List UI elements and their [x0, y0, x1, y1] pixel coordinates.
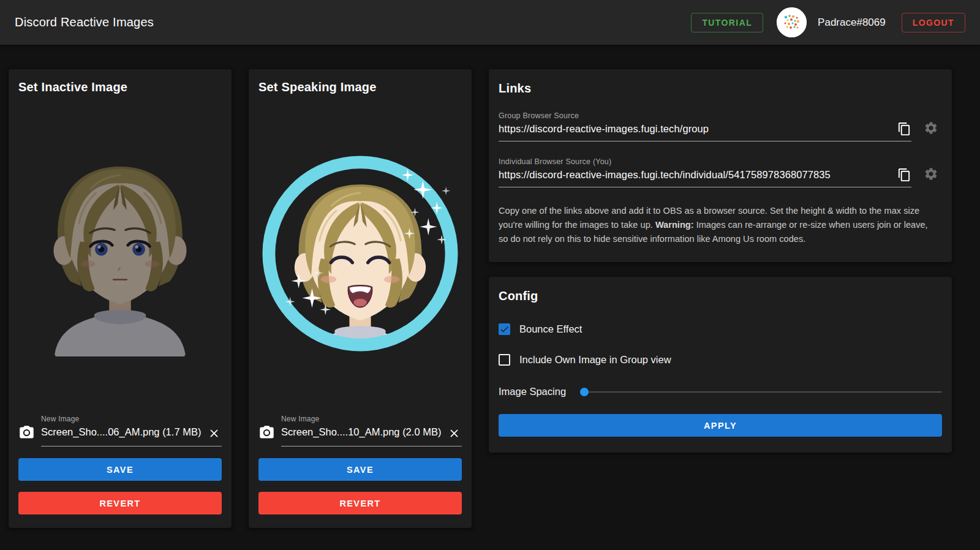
group-source-field: Group Browser Source https://discord-rea…: [499, 111, 911, 141]
speaking-save-button[interactable]: SAVE: [258, 458, 462, 481]
group-source-label: Group Browser Source: [499, 111, 911, 120]
individual-source-row: Individual Browser Source (You) https://…: [499, 157, 942, 187]
gear-icon: [924, 121, 938, 135]
close-x-icon: [448, 427, 461, 440]
links-card-title: Links: [499, 81, 942, 96]
individual-source-settings-button[interactable]: [924, 167, 938, 181]
app-header: Discord Reactive Images TUTORIAL Padrace…: [0, 0, 980, 45]
group-source-url: https://discord-reactive-images.fugi.tec…: [499, 123, 897, 135]
inactive-save-button[interactable]: SAVE: [18, 458, 222, 481]
image-spacing-slider[interactable]: [580, 388, 942, 396]
bounce-effect-checkbox-checked[interactable]: [499, 323, 510, 335]
note-warning-label: Warning:: [655, 220, 694, 230]
inactive-clear-file-button[interactable]: [206, 426, 222, 443]
bounce-effect-option[interactable]: Bounce Effect: [499, 323, 942, 335]
individual-source-field: Individual Browser Source (You) https://…: [499, 157, 911, 187]
speaking-file-row: New Image Screen_Sho....10_AM.png (2.0 M…: [258, 415, 462, 446]
logout-button[interactable]: LOGOUT: [902, 13, 965, 32]
tutorial-button[interactable]: TUTORIAL: [691, 13, 763, 32]
individual-source-copy-button[interactable]: [897, 168, 911, 182]
group-source-copy-button[interactable]: [897, 122, 911, 136]
speaking-avatar-image: [260, 153, 461, 354]
inactive-image-zone: [18, 94, 222, 412]
username-label: Padrace#8069: [818, 17, 886, 29]
individual-source-label: Individual Browser Source (You): [499, 157, 911, 166]
speaking-card-title: Set Speaking Image: [258, 80, 462, 94]
content-copy-icon: [897, 168, 911, 182]
bounce-effect-label: Bounce Effect: [519, 323, 582, 335]
individual-source-url: https://discord-reactive-images.fugi.tec…: [499, 169, 897, 181]
apply-button[interactable]: APPLY: [499, 414, 942, 437]
include-own-image-checkbox-unchecked[interactable]: [499, 354, 510, 366]
include-own-image-label: Include Own Image in Group view: [519, 354, 671, 366]
inactive-image-card: Set Inactive Image New Image Screen_Sho.…: [9, 69, 232, 528]
inactive-file-caption: New Image: [41, 415, 222, 423]
inactive-avatar-image: [29, 151, 211, 356]
header-actions: TUTORIAL Padrace#8069 LOGOUT: [691, 7, 965, 37]
photo-camera-icon[interactable]: [18, 424, 35, 441]
inactive-file-name: Screen_Sho....06_AM.png (1.7 MB): [41, 424, 203, 439]
confetti-avatar-icon: [777, 7, 807, 37]
speaking-image-card: Set Speaking Image: [249, 69, 472, 528]
speaking-file-field[interactable]: New Image Screen_Sho....10_AM.png (2.0 M…: [281, 415, 462, 446]
photo-camera-icon[interactable]: [258, 424, 275, 441]
config-card-title: Config: [499, 289, 942, 303]
content-copy-icon: [897, 122, 911, 136]
speaking-revert-button[interactable]: REVERT: [258, 492, 462, 514]
main-content: Set Inactive Image New Image Screen_Sho.…: [0, 45, 980, 528]
image-spacing-label: Image Spacing: [499, 386, 566, 397]
obs-instructions-note: Copy one of the links above and add it t…: [499, 204, 933, 246]
inactive-file-field[interactable]: New Image Screen_Sho....06_AM.png (1.7 M…: [41, 415, 222, 446]
include-own-image-option[interactable]: Include Own Image in Group view: [499, 354, 942, 366]
slider-thumb[interactable]: [580, 388, 589, 396]
group-source-row: Group Browser Source https://discord-rea…: [499, 111, 942, 141]
config-card: Config Bounce Effect Include Own Image i…: [489, 277, 952, 453]
group-source-settings-button[interactable]: [924, 121, 938, 135]
links-card: Links Group Browser Source https://disco…: [489, 69, 952, 262]
inactive-revert-button[interactable]: REVERT: [18, 492, 222, 514]
speaking-file-name: Screen_Sho....10_AM.png (2.0 MB): [281, 424, 443, 439]
inactive-card-title: Set Inactive Image: [18, 80, 222, 94]
inactive-file-row: New Image Screen_Sho....06_AM.png (1.7 M…: [18, 415, 222, 446]
close-x-icon: [208, 427, 221, 440]
speaking-image-zone: [258, 94, 462, 412]
checkmark-icon: [499, 324, 510, 334]
right-column: Links Group Browser Source https://disco…: [489, 69, 952, 453]
image-spacing-row: Image Spacing: [499, 386, 942, 397]
user-avatar: [777, 7, 807, 37]
app-title: Discord Reactive Images: [15, 15, 154, 29]
gear-icon: [924, 167, 938, 181]
slider-track: [580, 391, 942, 393]
speaking-file-caption: New Image: [281, 415, 462, 423]
speaking-clear-file-button[interactable]: [447, 426, 462, 443]
